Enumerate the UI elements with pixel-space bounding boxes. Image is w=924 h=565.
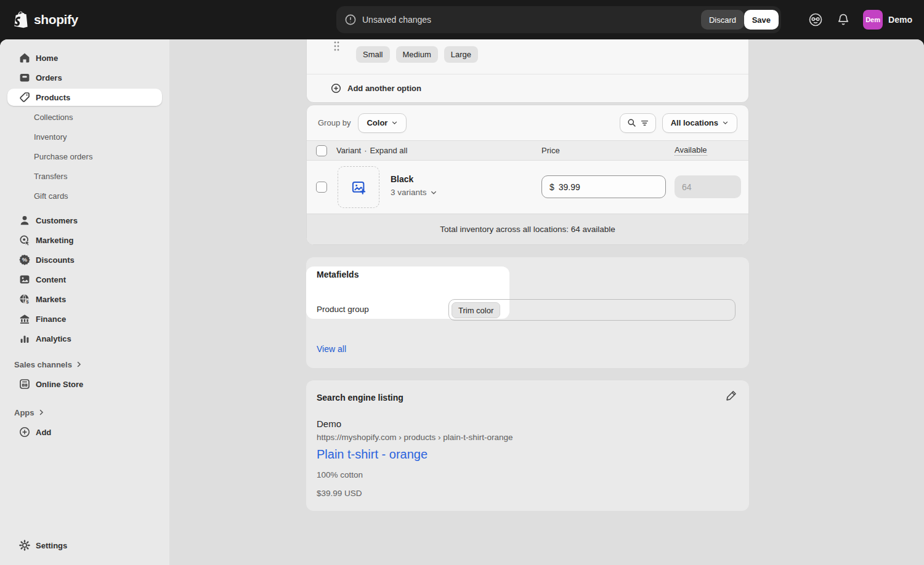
add-image-icon xyxy=(351,179,367,196)
analytics-bars-icon xyxy=(18,332,31,345)
sidebar-item-markets[interactable]: $ Markets xyxy=(7,291,162,308)
products-tag-icon xyxy=(18,91,31,103)
svg-text:$: $ xyxy=(26,299,29,305)
sales-channels-heading[interactable]: Sales channels xyxy=(7,357,162,372)
shopify-logo[interactable]: shopify xyxy=(13,0,78,39)
search-engine-listing-card: Search engine listing Demo https://mysho… xyxy=(306,380,749,511)
seo-price: $39.99 USD xyxy=(317,489,362,498)
metafield-value-input[interactable]: Trim color xyxy=(448,299,736,321)
main-area: Small Medium Large Add another option Gr… xyxy=(169,39,924,565)
select-all-checkbox[interactable] xyxy=(316,145,327,156)
sidebar-item-purchase-orders[interactable]: Purchase orders xyxy=(7,148,162,165)
discard-button[interactable]: Discard xyxy=(701,10,744,30)
group-by-dropdown[interactable]: Color xyxy=(358,113,407,133)
seo-title: Search engine listing xyxy=(317,393,403,403)
edit-pencil-icon[interactable] xyxy=(725,389,738,402)
notification-bell-icon[interactable] xyxy=(836,12,851,27)
sidebar-item-content[interactable]: Content xyxy=(7,271,162,288)
marketing-target-icon xyxy=(18,234,31,246)
home-icon xyxy=(18,52,31,64)
sidebar-item-settings[interactable]: Settings xyxy=(7,537,162,554)
option-value-chip[interactable]: Large xyxy=(444,46,478,63)
seo-description: 100% cotton xyxy=(317,470,363,479)
unsaved-changes-message: Unsaved changes xyxy=(362,15,431,25)
variant-column-header: Variant · Expand all xyxy=(336,146,407,155)
variant-options-card: Small Medium Large Add another option xyxy=(306,39,749,103)
sidebar-item-gift-cards[interactable]: Gift cards xyxy=(7,187,162,204)
expand-all-link[interactable]: Expand all xyxy=(370,146,408,155)
sidebar: Home Orders Products Collections Invento… xyxy=(0,39,169,565)
sidebar-item-inventory[interactable]: Inventory xyxy=(7,128,162,145)
shopify-bag-icon xyxy=(13,10,30,29)
option-value-chip[interactable]: Medium xyxy=(396,46,438,63)
seo-page-title-link[interactable]: Plain t-shirt - orange xyxy=(317,447,428,462)
available-input[interactable] xyxy=(675,175,741,198)
avatar: Dem xyxy=(863,10,883,30)
variants-toolbar: Group by Color All locations xyxy=(307,105,748,140)
variant-expand-toggle[interactable]: 3 variants xyxy=(391,188,437,197)
svg-text:%: % xyxy=(22,256,28,263)
sidebar-item-finance[interactable]: Finance xyxy=(7,310,162,327)
sidebar-item-online-store[interactable]: Online Store xyxy=(7,375,162,393)
chevron-down-icon xyxy=(391,119,398,126)
locations-dropdown[interactable]: All locations xyxy=(662,113,737,133)
save-button[interactable]: Save xyxy=(744,10,779,30)
sidebar-item-orders[interactable]: Orders xyxy=(7,69,162,86)
search-filter-button[interactable] xyxy=(620,113,656,133)
add-variant-image-button[interactable] xyxy=(338,166,379,208)
unsaved-changes-bar: Unsaved changes Discard Save xyxy=(336,6,781,33)
shopify-wordmark: shopify xyxy=(34,12,78,27)
price-column-header: Price xyxy=(541,146,560,155)
price-input[interactable]: $ xyxy=(541,175,666,198)
plus-circle-icon xyxy=(330,82,342,94)
variant-row: Black 3 variants $ xyxy=(307,161,748,214)
sidebar-item-add-app[interactable]: Add xyxy=(7,423,162,441)
shopify-admin: shopify Unsaved changes Discard Save Dem… xyxy=(0,0,924,565)
top-right-cluster: Dem Demo xyxy=(808,0,912,39)
sidebar-item-customers[interactable]: Customers xyxy=(7,212,162,229)
variants-table-card: Group by Color All locations xyxy=(306,105,749,245)
sidebar-item-products[interactable]: Products xyxy=(7,89,162,106)
orders-icon xyxy=(18,71,31,84)
sidebar-item-analytics[interactable]: Analytics xyxy=(7,330,162,347)
apps-heading[interactable]: Apps xyxy=(7,405,162,420)
view-all-link[interactable]: View all xyxy=(317,344,346,354)
chevron-down-icon xyxy=(430,189,437,196)
sidekick-icon[interactable] xyxy=(808,12,824,28)
user-menu[interactable]: Dem Demo xyxy=(863,10,912,30)
group-by-label: Group by xyxy=(318,118,351,127)
metafield-label: Product group xyxy=(317,305,369,314)
metafield-value-chip[interactable]: Trim color xyxy=(452,302,500,318)
filter-icon xyxy=(640,118,649,127)
metafields-card: Metafields Product group Trim color View… xyxy=(306,257,749,368)
sidebar-item-collections[interactable]: Collections xyxy=(7,108,162,126)
content-image-icon xyxy=(18,273,31,286)
discount-badge-icon: % xyxy=(18,254,31,266)
markets-globe-icon: $ xyxy=(18,293,31,305)
finance-bank-icon xyxy=(18,313,31,325)
seo-url-breadcrumb: https://myshopify.com › products › plain… xyxy=(317,433,513,442)
price-value-input[interactable] xyxy=(559,182,658,192)
chevron-right-icon xyxy=(76,361,82,367)
currency-prefix: $ xyxy=(549,182,554,192)
variants-table-header: Variant · Expand all Price Available xyxy=(307,140,748,161)
user-name: Demo xyxy=(888,15,912,25)
sidebar-item-home[interactable]: Home xyxy=(7,49,162,66)
sidebar-item-marketing[interactable]: Marketing xyxy=(7,231,162,249)
metafields-title: Metafields xyxy=(317,270,359,279)
variant-name: Black xyxy=(391,174,413,184)
available-column-header[interactable]: Available xyxy=(675,145,707,156)
app-frame: Home Orders Products Collections Invento… xyxy=(0,39,924,565)
chevron-right-icon xyxy=(38,409,44,415)
drag-handle-icon[interactable] xyxy=(333,41,341,55)
option-value-chip[interactable]: Small xyxy=(356,46,390,63)
customers-icon xyxy=(18,214,31,226)
sidebar-item-transfers[interactable]: Transfers xyxy=(7,167,162,185)
sidebar-item-discounts[interactable]: % Discounts xyxy=(7,251,162,268)
online-store-icon xyxy=(18,378,31,390)
option-values-row: Small Medium Large xyxy=(307,39,748,74)
add-another-option-button[interactable]: Add another option xyxy=(307,74,748,102)
plus-circle-icon xyxy=(18,426,31,438)
inventory-total-footer: Total inventory across all locations: 64… xyxy=(307,214,748,244)
variant-row-checkbox[interactable] xyxy=(316,182,327,193)
